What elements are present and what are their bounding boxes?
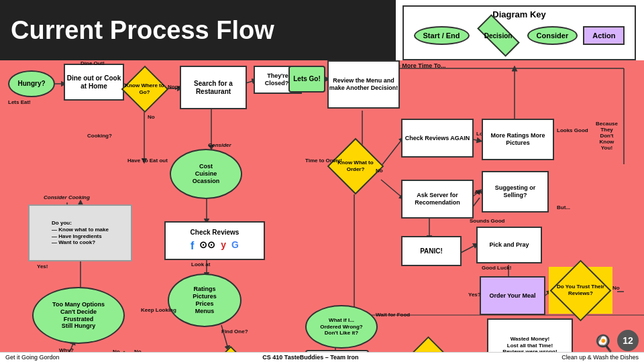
- label-yes-order: Yes?: [468, 292, 481, 298]
- node-what-if-ordered: What if I... Ordered Wrong? Don't Like i…: [305, 305, 378, 349]
- google-icon: G: [231, 239, 239, 252]
- key-action: Action: [583, 26, 625, 45]
- footer-right: Clean up & Wash the Dishes: [561, 354, 639, 361]
- label-cooking: Cooking?: [87, 133, 112, 139]
- footer: Get it Going Gordon CS 410 TasteBuddies …: [0, 352, 644, 362]
- tripadvisor-icon: ⊙⊙: [199, 239, 215, 252]
- facebook-icon: f: [191, 239, 194, 252]
- key-consider: Consider: [527, 26, 578, 45]
- label-consider-cooking: Consider Cooking: [44, 194, 90, 200]
- page-number: 12: [617, 330, 639, 351]
- label-consider: Consider: [208, 142, 231, 148]
- node-hungry: Hungry?: [8, 70, 55, 97]
- label-but: But...: [557, 204, 570, 210]
- node-check-reviews-social: Check Reviews f ⊙⊙ y G: [164, 221, 265, 260]
- label-look-at-below: Look at: [191, 261, 210, 267]
- diagram-key-items: Start / End Decision Consider Action: [409, 23, 629, 48]
- title-bar: Current Process Flow: [0, 0, 396, 60]
- svg-line-30: [221, 325, 228, 349]
- page-title: Current Process Flow: [11, 16, 274, 45]
- label-sounds-good: Sounds Good: [470, 218, 504, 224]
- label-looks-good: Looks Good: [557, 127, 588, 133]
- node-do-you: Do you: — Know what to make — Have Ingre…: [28, 204, 132, 261]
- node-suggesting: Suggesting or Selling?: [482, 171, 549, 213]
- node-review-menu: Review the Menu and make Another Decisio…: [327, 60, 400, 109]
- chef-icon: 🍳: [594, 334, 614, 353]
- node-more-ratings: More Ratings More Pictures: [482, 119, 554, 160]
- label-find-one: Find One?: [221, 328, 248, 335]
- node-lets-go: Lets Go!: [288, 66, 325, 93]
- node-know-order: Know What to Order?: [329, 139, 382, 193]
- svg-line-9: [381, 139, 402, 166]
- node-know-where: Know Where to Go?: [123, 67, 166, 111]
- diagram-key-title: Diagram Key: [409, 9, 629, 19]
- diagram-key: Diagram Key Start / End Decision Conside…: [402, 5, 636, 60]
- node-panic: PANIC!: [401, 236, 462, 266]
- label-have-to-eat: Have To Eat out: [127, 158, 168, 164]
- footer-center: CS 410 TasteBuddies – Team Iron: [262, 354, 358, 361]
- node-ask-server: Ask Server for Recomendation: [401, 180, 474, 219]
- main-area: Hungry? Lets Eat! Dine out or Cook at Ho…: [0, 60, 644, 362]
- label-yes-do-you: Yes!: [37, 263, 48, 269]
- label-wait-food: Wait for Food: [376, 312, 410, 318]
- label-no-know-where: No: [148, 114, 155, 120]
- node-ratings-pictures: Ratings Pictures Prices Menus: [168, 274, 241, 327]
- node-pick-pray: Pick and Pray: [476, 227, 542, 263]
- node-dine-out: Dine out or Cook at Home: [64, 64, 124, 101]
- label-lets-eat: Lets Eat!: [8, 99, 31, 105]
- label-because: Because They Don't Know You!: [596, 121, 618, 151]
- svg-line-17: [460, 245, 476, 253]
- node-too-many-options: Too Many Options Can't Decide Frustrated…: [32, 287, 125, 344]
- slide: Current Process Flow Diagram Key Start /…: [0, 0, 644, 362]
- node-cost-cuisine: Cost Cuisine Ocassion: [170, 149, 242, 199]
- key-decision-wrapper: Decision: [475, 23, 522, 48]
- svg-line-10: [381, 180, 402, 198]
- label-nope: Nope: [168, 84, 181, 90]
- label-good-luck: Good Luck!: [482, 265, 511, 271]
- key-start-end: Start / End: [414, 26, 470, 45]
- yelp-icon: y: [221, 239, 226, 252]
- node-trust-reviews: Do You Trust Their Reviews?: [549, 267, 612, 314]
- node-check-reviews-again: Check Reviews AGAIN: [401, 119, 474, 158]
- footer-left: Get it Going Gordon: [5, 354, 60, 361]
- node-order-meal: Order Your Meal: [480, 276, 545, 315]
- key-decision-label: Decision: [484, 32, 513, 40]
- node-search: Search for a Restaurant: [180, 66, 247, 109]
- label-no-trust: No: [612, 285, 620, 291]
